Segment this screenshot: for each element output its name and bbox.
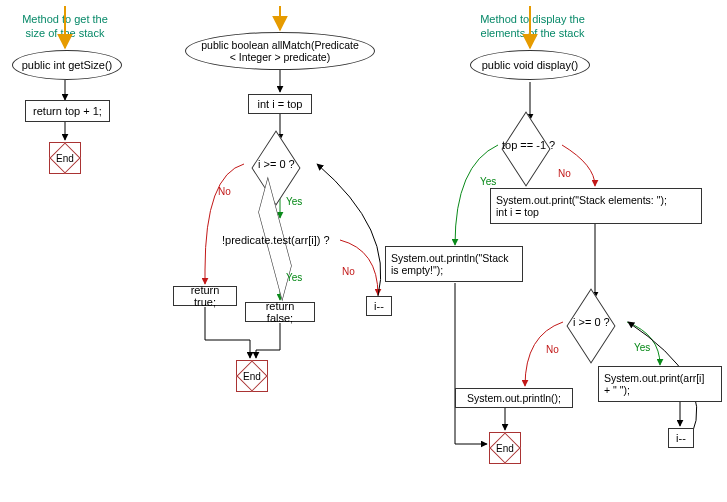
yes-label: Yes [286, 272, 302, 283]
flow3-empty-rect: System.out.println("Stackis empty!"); [385, 246, 523, 282]
no-label: No [218, 186, 231, 197]
flow2-return-true: return true; [173, 286, 237, 306]
no-label: No [546, 344, 559, 355]
flow3-end: End [489, 432, 521, 464]
yes-label: Yes [286, 196, 302, 207]
flow1-start-oval: public int getSize() [12, 50, 122, 80]
yes-label: Yes [634, 342, 650, 353]
flow2-cond1-label: i >= 0 ? [258, 158, 295, 170]
flow3-title: Method to display theelements of the sta… [470, 12, 595, 41]
flow3-dec: i-- [668, 428, 694, 448]
no-label: No [342, 266, 355, 277]
flow2-start-oval: public boolean allMatch(Predicate< Integ… [185, 32, 375, 70]
flow2-cond2-label: !predicate.test(arr[i]) ? [222, 234, 330, 246]
flow2-end: End [236, 360, 268, 392]
flow2-dec-rect: i-- [366, 296, 392, 316]
flow3-print-header: System.out.print("Stack elements: ");int… [490, 188, 702, 224]
flow2-init-rect: int i = top [248, 94, 312, 114]
flow3-start-oval: public void display() [470, 50, 590, 80]
yes-label: Yes [480, 176, 496, 187]
end-label: End [489, 432, 521, 464]
flow3-cond2-label: i >= 0 ? [573, 316, 610, 328]
flow1-step-rect: return top + 1; [25, 100, 110, 122]
flow3-print-elem: System.out.print(arr[i]+ " "); [598, 366, 722, 402]
flow1-title: Method to get thesize of the stack [5, 12, 125, 41]
end-label: End [49, 142, 81, 174]
flow3-println: System.out.println(); [455, 388, 573, 408]
no-label: No [558, 168, 571, 179]
end-label: End [236, 360, 268, 392]
flow2-return-false: return false; [245, 302, 315, 322]
flow3-cond1-label: top == -1 ? [502, 139, 555, 151]
flow1-end: End [49, 142, 81, 174]
